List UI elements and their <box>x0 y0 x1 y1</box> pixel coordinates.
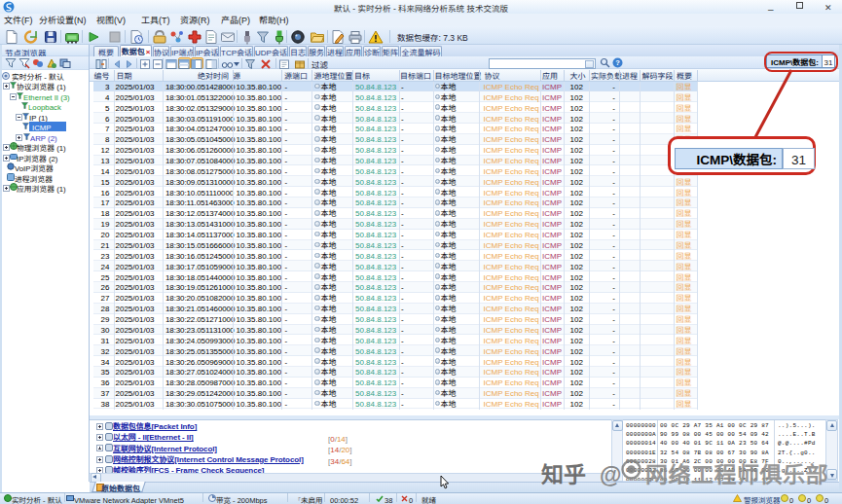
svg-text:?: ? <box>615 57 620 67</box>
